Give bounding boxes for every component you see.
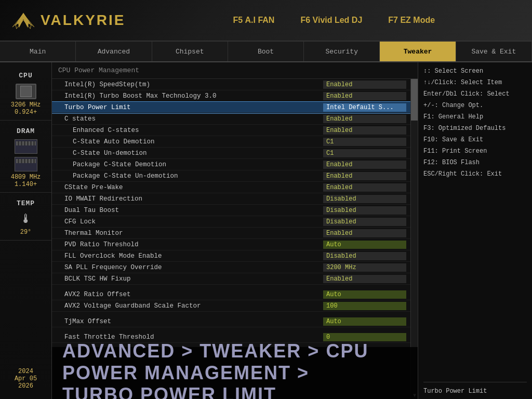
bios-row[interactable]: TjMax OffsetAuto xyxy=(52,316,410,327)
bios-row-value: Disabled xyxy=(323,252,406,260)
nav-f7[interactable]: F7 EZ Mode xyxy=(388,16,435,25)
bios-row-label: TjMax Offset xyxy=(64,318,323,325)
bios-row[interactable]: C statesEnabled xyxy=(52,113,410,125)
bios-row-value: Intel Default S... xyxy=(323,103,406,112)
bios-row-label: CFG Lock xyxy=(64,218,323,225)
bios-row-value: C1 xyxy=(323,149,406,157)
bios-row-label: Thermal Monitor xyxy=(64,230,323,237)
tab-main[interactable]: Main xyxy=(0,42,76,61)
thermometer-icon: 🌡 xyxy=(20,211,32,227)
scrollbar-thumb[interactable] xyxy=(411,79,418,121)
bios-row-label: C-State Auto Demotion xyxy=(73,138,323,145)
content-area: CPU Power Management Intel(R) SpeedStep(… xyxy=(52,62,418,399)
right-panel: ↕: Select Screen↑↓/Click: Select ItemEnt… xyxy=(418,62,532,399)
bios-row[interactable]: CState Pre-WakeEnabled xyxy=(52,182,410,193)
help-key-line: ↕: Select Screen xyxy=(423,66,527,76)
help-key-line: ESC/Right Click: Exit xyxy=(423,169,527,179)
cpu-icon xyxy=(16,84,36,99)
bios-row-value: Disabled xyxy=(323,218,406,226)
tabs-bar: Main Advanced Chipset Boot Security Twea… xyxy=(0,42,532,62)
tab-boot[interactable]: Boot xyxy=(228,42,304,61)
bios-row[interactable]: Dual Tau BoostDisabled xyxy=(52,205,410,216)
bios-row[interactable]: Package C-State Un-demotionEnabled xyxy=(52,170,410,182)
temp-label: TEMP xyxy=(17,200,35,207)
bios-row[interactable]: BCLK TSC HW FixupEnabled xyxy=(52,273,410,285)
bios-row-label: SA PLL Frequency Override xyxy=(64,264,323,271)
help-key-line: +/-: Change Opt. xyxy=(423,101,527,110)
bios-row-value: Enabled xyxy=(323,115,406,123)
temp-value: 29° xyxy=(20,229,32,236)
logo-text: VALKYRIE xyxy=(41,12,126,29)
dram-icon xyxy=(15,139,37,154)
bios-row[interactable]: Intel(R) Turbo Boost Max Technology 3.0E… xyxy=(52,90,410,102)
bios-row[interactable]: IO MWAIT RedirectionDisabled xyxy=(52,193,410,205)
bios-row-label: FLL Overclock Mode Enable xyxy=(64,252,323,260)
bios-row[interactable]: Thermal MonitorEnabled xyxy=(52,228,410,239)
dram-icon-2 xyxy=(15,157,37,171)
breadcrumb-line2: TURBO POWER LIMIT xyxy=(62,384,407,399)
help-key-line: F1: General Help xyxy=(423,112,527,122)
bios-row-value: Enabled xyxy=(323,229,406,237)
logo-area: VALKYRIE xyxy=(10,10,126,31)
bios-row-label: Package C-State Un-demotion xyxy=(73,172,323,180)
bios-row[interactable]: PVD Ratio ThresholdAuto xyxy=(52,239,410,250)
bios-spacer xyxy=(52,327,410,331)
help-key-line: ↑↓/Click: Select Item xyxy=(423,78,527,87)
breadcrumb-line1: ADVANCED > TWEAKER > CPU POWER MANAGEMEN… xyxy=(62,340,407,384)
bios-row[interactable]: SA PLL Frequency Override3200 MHz xyxy=(52,262,410,273)
header: VALKYRIE F5 A.I FAN F6 Vivid Led DJ F7 E… xyxy=(0,0,532,42)
bios-row-value: 100 xyxy=(323,302,406,310)
bios-spacer xyxy=(52,312,410,316)
help-description: Turbo Power Limit xyxy=(423,382,527,395)
help-key-line: Enter/Dbl Click: Select xyxy=(423,89,527,99)
bios-row[interactable]: AVX2 Voltage Guardband Scale Factor100 xyxy=(52,300,410,312)
content-header: CPU Power Management xyxy=(52,62,418,79)
bios-row-value: C1 xyxy=(323,138,406,146)
bios-row-value: Enabled xyxy=(323,161,406,169)
tab-security[interactable]: Security xyxy=(304,42,380,61)
bios-row-value: Enabled xyxy=(323,92,406,100)
bios-row-label: Enhanced C-states xyxy=(73,127,323,134)
valkyrie-logo-icon xyxy=(10,10,36,31)
bios-row-value: Auto xyxy=(323,241,406,249)
tab-chipset[interactable]: Chipset xyxy=(152,42,228,61)
bios-row-label: C states xyxy=(64,115,323,123)
bios-row[interactable]: Intel(R) SpeedStep(tm)Enabled xyxy=(52,79,410,90)
date-month-day: Apr 05 xyxy=(15,375,37,382)
cpu-section: CPU 3206 MHz 0.924+ xyxy=(0,68,51,121)
bios-row-label: Package C-State Demotion xyxy=(73,161,323,168)
bottom-breadcrumb: ADVANCED > TWEAKER > CPU POWER MANAGEMEN… xyxy=(52,347,418,399)
help-key-line: F3: Optimized Defaults xyxy=(423,124,527,133)
bios-row[interactable]: C-State Un-demotionC1 xyxy=(52,148,410,159)
bios-row-label: C-State Un-demotion xyxy=(73,150,323,157)
nav-f6[interactable]: F6 Vivid Led DJ xyxy=(300,16,362,25)
help-key-line: F11: Print Screen xyxy=(423,147,527,156)
bios-row-value: Enabled xyxy=(323,81,406,89)
bios-row-value: Enabled xyxy=(323,172,406,180)
cpu-label: CPU xyxy=(19,72,32,79)
help-key-line: F10: Save & Exit xyxy=(423,135,527,144)
bios-row[interactable]: AVX2 Ratio OffsetAuto xyxy=(52,289,410,300)
bios-row[interactable]: C-State Auto DemotionC1 xyxy=(52,136,410,148)
tab-save-exit[interactable]: Save & Exit xyxy=(456,42,532,61)
left-sidebar: CPU 3206 MHz 0.924+ DRAM 4809 MHz 1.140+… xyxy=(0,62,52,399)
cpu-freq: 3206 MHz xyxy=(11,101,41,109)
bios-row-value: Enabled xyxy=(323,275,406,283)
bios-row-label: PVD Ratio Threshold xyxy=(64,241,323,248)
bios-row-label: Dual Tau Boost xyxy=(64,207,323,214)
date-year2: 2026 xyxy=(15,382,37,390)
bios-row-label: CState Pre-Wake xyxy=(64,184,323,191)
bios-row[interactable]: Enhanced C-statesEnabled xyxy=(52,125,410,136)
bios-row[interactable]: FLL Overclock Mode EnableDisabled xyxy=(52,250,410,262)
bios-row[interactable]: Turbo Power LimitIntel Default S... xyxy=(52,102,410,113)
bios-row-label: AVX2 Voltage Guardband Scale Factor xyxy=(64,302,323,310)
tab-advanced[interactable]: Advanced xyxy=(76,42,152,61)
nav-f5[interactable]: F5 A.I FAN xyxy=(233,16,274,25)
bios-row-label: BCLK TSC HW Fixup xyxy=(64,275,323,283)
tab-tweaker[interactable]: Tweaker xyxy=(380,42,456,61)
bios-row-label: IO MWAIT Redirection xyxy=(64,195,323,203)
bios-row[interactable]: CFG LockDisabled xyxy=(52,216,410,228)
header-nav: F5 A.I FAN F6 Vivid Led DJ F7 EZ Mode xyxy=(147,16,522,25)
bios-row[interactable]: Package C-State DemotionEnabled xyxy=(52,159,410,170)
date-section: 2024 Apr 05 2026 xyxy=(15,364,37,394)
